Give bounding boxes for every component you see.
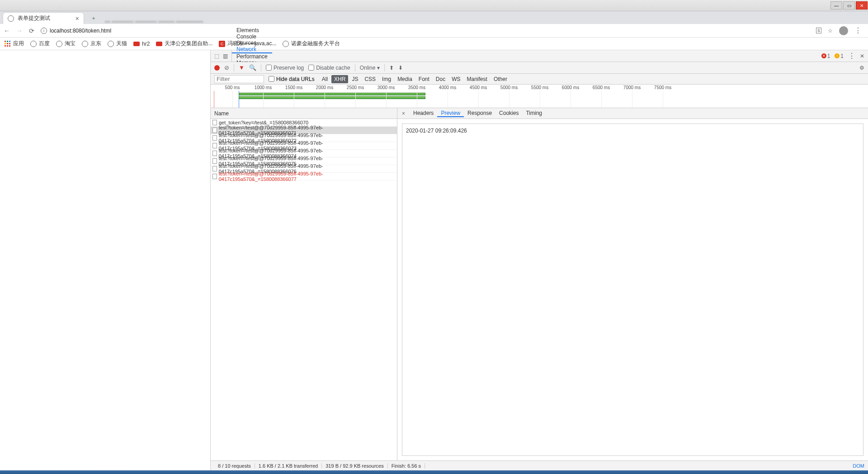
detail-tab-headers[interactable]: Headers [410, 110, 437, 116]
device-toolbar-icon[interactable]: ▥ [223, 53, 228, 59]
disable-cache-checkbox[interactable]: Disable cache [308, 65, 350, 71]
background-tabs-blurred: ▬ ▬▬▬▬ ▬▬▬▬ ▬▬▬ ▬▬▬▬▬ [105, 18, 203, 24]
clear-button[interactable]: ⊘ [224, 64, 229, 71]
timeline-tick-label: 3000 ms [377, 85, 395, 90]
filter-type-other[interactable]: Other [491, 75, 510, 83]
download-har-icon[interactable]: ⬇ [398, 65, 403, 71]
detail-tab-response[interactable]: Response [464, 110, 495, 116]
file-icon [212, 166, 217, 171]
bookmark-baidu[interactable]: 百度 [30, 40, 50, 47]
detail-tab-preview[interactable]: Preview [437, 110, 464, 117]
translate-icon[interactable]: 🄶 [816, 28, 821, 34]
file-icon [212, 135, 217, 141]
hr2-icon [133, 42, 140, 46]
bookmark-jd[interactable]: 京东 [82, 40, 101, 47]
bookmark-taobao[interactable]: 淘宝 [56, 40, 75, 47]
url-display[interactable]: i localhost:8080/token.html [41, 28, 810, 34]
filter-input[interactable] [214, 75, 264, 83]
preserve-log-checkbox[interactable]: Preserve log [266, 65, 304, 71]
back-button[interactable]: ← [4, 27, 10, 34]
timeline-bar [239, 93, 425, 95]
window-close-button[interactable]: ✕ [856, 1, 868, 9]
detail-tab-timing[interactable]: Timing [522, 110, 546, 116]
error-count-badge[interactable]: ✕1 [821, 53, 830, 59]
network-filter-bar: Hide data URLs AllXHRJSCSSImgMediaFontDo… [211, 74, 868, 85]
bookmark-star-icon[interactable]: ☆ [828, 28, 833, 34]
timeline-tick-label: 3500 ms [408, 85, 425, 90]
devtools-tab-sources[interactable]: Sources [232, 40, 272, 46]
filter-type-ws[interactable]: WS [449, 75, 463, 83]
timeline-tick-label: 7500 ms [654, 85, 671, 90]
timeline-tick-label: 2500 ms [347, 85, 364, 90]
hide-data-urls-checkbox[interactable]: Hide data URLs [269, 76, 315, 82]
devtools-tab-console[interactable]: Console [232, 33, 272, 40]
status-dom-link[interactable]: DOM [849, 463, 864, 469]
reload-button[interactable]: ⟳ [29, 27, 34, 34]
timeline-tick-label: 5500 ms [531, 85, 548, 90]
filter-type-img[interactable]: Img [379, 75, 394, 83]
profile-avatar-icon[interactable] [839, 26, 848, 35]
record-button[interactable] [214, 65, 220, 71]
url-text: localhost:8080/token.html [50, 28, 111, 34]
bookmark-tmall[interactable]: 天猫 [108, 40, 127, 47]
filter-type-font[interactable]: Font [416, 75, 432, 83]
globe-icon [82, 41, 88, 47]
devtools-panel: ⬚ ▥ ElementsConsoleSourcesNetworkPerform… [210, 50, 868, 470]
filter-type-css[interactable]: CSS [362, 75, 378, 83]
browser-tab-active[interactable]: 表单提交测试 × [3, 12, 84, 24]
forward-button[interactable]: → [16, 27, 23, 34]
inspect-element-icon[interactable]: ⬚ [214, 53, 219, 59]
file-icon [212, 120, 217, 125]
window-titlebar: — ▭ ✕ [0, 0, 868, 11]
tab-close-icon[interactable]: × [75, 15, 79, 22]
bookmark-tjbus[interactable]: 天津公交集团自助... [156, 40, 212, 47]
status-requests: 8 / 10 requests [214, 463, 255, 469]
network-detail-panel: × HeadersPreviewResponseCookiesTiming 20… [397, 108, 868, 460]
network-settings-icon[interactable]: ⚙ [859, 65, 864, 71]
bookmarks-bar: 应用 百度 淘宝 京东 天猫 hr2 天津公交集团自助... C冯晓东——jav… [0, 38, 868, 50]
devtools-close-icon[interactable]: ✕ [860, 53, 864, 59]
upload-har-icon[interactable]: ⬆ [389, 65, 394, 71]
search-icon[interactable]: 🔍 [249, 64, 256, 71]
new-tab-button[interactable]: ＋ [88, 12, 99, 24]
request-list-header[interactable]: Name [211, 108, 397, 119]
devtools-tab-performance[interactable]: Performance [232, 53, 272, 60]
file-icon [212, 158, 217, 164]
devtools-tab-elements[interactable]: Elements [232, 27, 272, 33]
windows-taskbar[interactable] [0, 470, 868, 474]
filter-type-doc[interactable]: Doc [433, 75, 448, 83]
filter-type-manifest[interactable]: Manifest [464, 75, 490, 83]
status-transferred: 1.6 KB / 2.1 KB transferred [255, 463, 322, 469]
timeline-tick-label: 7000 ms [623, 85, 641, 90]
site-info-icon[interactable]: i [41, 28, 47, 34]
window-maximize-button[interactable]: ▭ [843, 1, 855, 9]
filter-type-js[interactable]: JS [349, 75, 361, 83]
bookmark-hr2[interactable]: hr2 [133, 41, 150, 47]
devtools-tab-network[interactable]: Network [232, 46, 272, 53]
filter-toggle-icon[interactable]: ▼ [239, 64, 245, 71]
devtools-menu-icon[interactable]: ⋮ [848, 52, 855, 60]
detail-close-icon[interactable]: × [399, 110, 408, 117]
timeline-tick-label: 4000 ms [439, 85, 456, 90]
throttling-dropdown[interactable]: Online▾ [360, 65, 380, 71]
apps-icon [5, 41, 11, 47]
bookmark-nuohao[interactable]: 诺豪金融服务大平台 [283, 40, 340, 47]
timeline-tick-label: 6000 ms [562, 85, 579, 90]
bookmark-apps[interactable]: 应用 [5, 40, 24, 47]
response-preview: 2020-01-27 09:26:09.426 [402, 123, 863, 456]
chrome-menu-icon[interactable]: ⋮ [854, 26, 862, 35]
network-timeline[interactable]: 500 ms1000 ms1500 ms2000 ms2500 ms3000 m… [211, 85, 868, 108]
filter-type-all[interactable]: All [319, 75, 330, 83]
detail-tab-cookies[interactable]: Cookies [495, 110, 522, 116]
file-icon [212, 174, 217, 179]
status-resources: 319 B / 92.9 KB resources [322, 463, 387, 469]
file-icon [212, 151, 217, 156]
timeline-dom-marker [214, 91, 214, 108]
warning-count-badge[interactable]: !1 [835, 53, 844, 59]
window-minimize-button[interactable]: — [830, 1, 842, 9]
globe-icon [108, 41, 114, 47]
network-request-row[interactable]: test?token=/test@@70d29959-85ff-4995-97e… [211, 173, 397, 180]
filter-type-media[interactable]: Media [395, 75, 415, 83]
filter-type-xhr[interactable]: XHR [331, 75, 348, 83]
network-status-bar: 8 / 10 requests 1.6 KB / 2.1 KB transfer… [211, 460, 868, 470]
